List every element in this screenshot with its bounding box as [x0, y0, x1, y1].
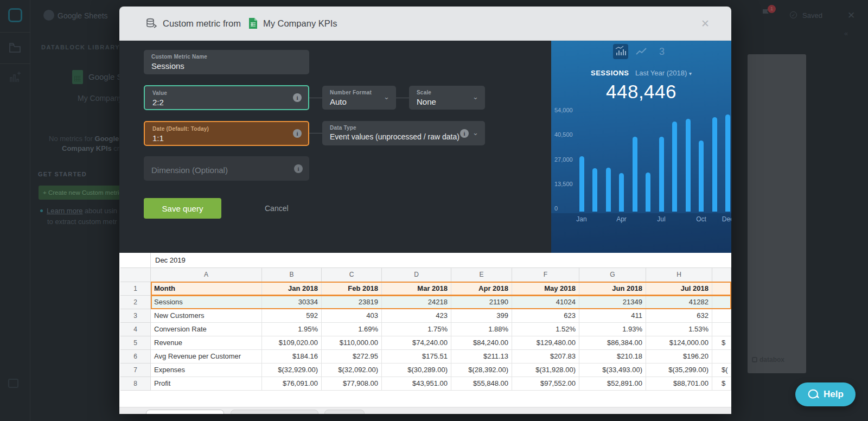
chart-bar-Jun[interactable]	[646, 173, 650, 212]
chart-bar-Nov[interactable]	[712, 117, 717, 212]
cell-E4[interactable]: 1.88%	[451, 323, 512, 336]
cell-D4[interactable]: 1.75%	[382, 323, 451, 336]
chart-bar-Oct[interactable]	[699, 141, 704, 212]
cell-H4[interactable]: 1.53%	[646, 323, 712, 336]
cell-F5[interactable]: $129,480.00	[512, 336, 579, 350]
row-number-3[interactable]: 3	[120, 309, 151, 323]
cell-overflow-5[interactable]: $	[712, 336, 731, 350]
value-field[interactable]: Value 2:2 i	[144, 85, 309, 110]
chart-bar-May[interactable]	[633, 137, 637, 212]
cell-B8[interactable]: $76,091.00	[262, 377, 322, 391]
chart-bar-Apr[interactable]	[619, 173, 624, 212]
cell-label8[interactable]: Profit	[151, 377, 262, 391]
cell-F2[interactable]: 41024	[512, 296, 579, 309]
cell-G1[interactable]: Jun 2018	[579, 282, 646, 296]
cell-C7[interactable]: $(32,092.00)	[322, 363, 382, 377]
row-number-1[interactable]: 1	[120, 282, 151, 296]
row-number-2[interactable]: 2	[120, 296, 151, 309]
cell-C8[interactable]: $77,908.00	[322, 377, 382, 391]
row-number-6[interactable]: 6	[120, 350, 151, 363]
custom-metric-name-field[interactable]: Custom Metric Name Sessions	[144, 50, 309, 74]
name-box[interactable]	[120, 253, 151, 267]
cell-B3[interactable]: 592	[262, 309, 322, 323]
cell-E5[interactable]: $84,240.00	[451, 336, 512, 350]
cell-B2[interactable]: 30334	[262, 296, 322, 309]
cell-F4[interactable]: 1.52%	[512, 323, 579, 336]
info-icon[interactable]: i	[293, 93, 302, 102]
save-query-button[interactable]: Save query	[144, 198, 221, 219]
corner-cell[interactable]	[120, 268, 151, 282]
cell-G2[interactable]: 21349	[579, 296, 646, 309]
cell-G7[interactable]: $(33,493.00)	[579, 363, 646, 377]
cell-E3[interactable]: 399	[451, 309, 512, 323]
cell-overflow-8[interactable]: $	[712, 377, 731, 391]
chart-bar-Sep[interactable]	[686, 119, 691, 212]
cell-H6[interactable]: $196.20	[646, 350, 712, 363]
column-header-A[interactable]: A	[151, 268, 262, 282]
cell-label5[interactable]: Revenue	[151, 336, 262, 350]
databox-logo-icon[interactable]	[8, 8, 22, 22]
dimension-field[interactable]: Dimension (Optional) i	[144, 156, 309, 181]
modal-close-icon[interactable]: ✕	[701, 17, 710, 30]
cell-F3[interactable]: 623	[512, 309, 579, 323]
collapse-panel-icon[interactable]: «	[844, 29, 848, 37]
chart-bar-Aug[interactable]	[672, 122, 677, 212]
cell-label1[interactable]: Month	[151, 282, 262, 296]
background-close-icon[interactable]: ✕	[847, 10, 855, 21]
cancel-button[interactable]: Cancel	[265, 204, 289, 213]
cell-C3[interactable]: 403	[322, 309, 382, 323]
cell-D3[interactable]: 423	[382, 309, 451, 323]
cell-D1[interactable]: Mar 2018	[382, 282, 451, 296]
cell-D8[interactable]: $43,951.00	[382, 377, 451, 391]
row-number-8[interactable]: 8	[120, 377, 151, 391]
column-header-F[interactable]: F	[512, 268, 579, 282]
cell-C1[interactable]: Feb 2018	[322, 282, 382, 296]
cell-B5[interactable]: $109,020.00	[262, 336, 322, 350]
cell-F1[interactable]: May 2018	[512, 282, 579, 296]
cell-F6[interactable]: $207.83	[512, 350, 579, 363]
cell-D2[interactable]: 24218	[382, 296, 451, 309]
cell-H8[interactable]: $88,701.00	[646, 377, 712, 391]
info-icon[interactable]: i	[293, 129, 302, 138]
cell-H1[interactable]: Jul 2018	[646, 282, 712, 296]
column-header-D[interactable]: D	[382, 268, 451, 282]
cell-B1[interactable]: Jan 2018	[262, 282, 322, 296]
chart-bar-Jan[interactable]	[579, 156, 584, 212]
cell-overflow-3[interactable]	[712, 309, 731, 323]
cell-C4[interactable]: 1.69%	[322, 323, 382, 336]
cell-D7[interactable]: $(30,289.00)	[382, 363, 451, 377]
new-datablock-icon[interactable]	[9, 72, 21, 83]
sheet-tab[interactable]	[324, 410, 365, 414]
cell-E7[interactable]: $(28,392.00)	[451, 363, 512, 377]
cell-overflow-1[interactable]	[712, 282, 731, 296]
cell-E8[interactable]: $55,848.00	[451, 377, 512, 391]
sheet-tab-active[interactable]	[146, 410, 224, 414]
date-field[interactable]: Date (Default: Today) 1:1 i	[144, 121, 309, 146]
column-header-H[interactable]: H	[646, 268, 712, 282]
row-number-4[interactable]: 4	[120, 323, 151, 336]
cell-G4[interactable]: 1.93%	[579, 323, 646, 336]
sheet-tab[interactable]	[231, 410, 318, 414]
column-header-E[interactable]: E	[451, 268, 512, 282]
info-icon[interactable]: i	[294, 164, 303, 173]
cell-label6[interactable]: Avg Revenue per Customer	[151, 350, 262, 363]
column-header-B[interactable]: B	[262, 268, 322, 282]
cell-F7[interactable]: $(31,928.00)	[512, 363, 579, 377]
cell-B7[interactable]: $(32,929.00)	[262, 363, 322, 377]
number-format-select[interactable]: Number Format Auto ⌄	[322, 86, 396, 110]
cell-G5[interactable]: $86,384.00	[579, 336, 646, 350]
cell-D6[interactable]: $175.51	[382, 350, 451, 363]
chart-bar-Mar[interactable]	[606, 168, 611, 212]
cell-D5[interactable]: $74,240.00	[382, 336, 451, 350]
data-type-select[interactable]: Data Type Event values (unprocessed / ra…	[322, 121, 485, 145]
cell-E1[interactable]: Apr 2018	[451, 282, 512, 296]
cell-C5[interactable]: $110,000.00	[322, 336, 382, 350]
cell-E6[interactable]: $211.13	[451, 350, 512, 363]
folder-icon[interactable]	[9, 42, 21, 53]
cell-B6[interactable]: $184.16	[262, 350, 322, 363]
scale-select[interactable]: Scale None ⌄	[409, 86, 485, 110]
create-custom-metric-button[interactable]: + Create new Custom metric	[39, 186, 126, 200]
cell-label4[interactable]: Conversion Rate	[151, 323, 262, 336]
cell-H3[interactable]: 632	[646, 309, 712, 323]
cell-G6[interactable]: $210.18	[579, 350, 646, 363]
